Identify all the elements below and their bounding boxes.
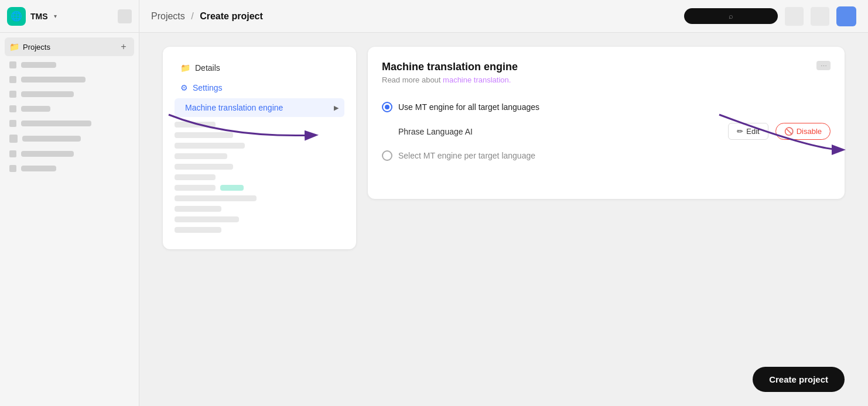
subtitle-link[interactable]: machine translation.: [443, 75, 511, 84]
panel-title-area: Machine translation engine Read more abo…: [382, 61, 518, 96]
list-item[interactable]: [5, 102, 134, 115]
skeleton-row: [175, 122, 216, 128]
nav-item-details[interactable]: 📁 Details: [175, 59, 344, 77]
subtitle-text: Read more about: [382, 75, 443, 84]
panel-subtitle: Read more about machine translation.: [382, 75, 518, 84]
item-icon: [9, 165, 16, 172]
skeleton-badge: [220, 185, 244, 191]
item-label: [21, 77, 86, 82]
edit-button-label: Edit: [746, 127, 759, 136]
edit-engine-button[interactable]: ✏ Edit: [728, 123, 768, 140]
list-item[interactable]: [5, 162, 134, 175]
panel-title: Machine translation engine: [382, 61, 518, 73]
skeleton-row: [175, 143, 245, 149]
left-panel: 📁 Details ⚙ Settings Machine translation…: [163, 47, 356, 249]
item-label: [22, 136, 81, 142]
disable-engine-button[interactable]: 🚫 Disable: [775, 123, 831, 140]
disable-icon: 🚫: [784, 127, 794, 136]
chart-icon: [9, 135, 18, 143]
menu-dots-icon: ⋯: [821, 63, 827, 70]
nav-item-settings[interactable]: ⚙ Settings: [175, 78, 344, 97]
skeleton-row: [175, 164, 233, 170]
projects-nav-item[interactable]: 📁 Projects +: [5, 37, 134, 56]
list-item[interactable]: [5, 59, 134, 71]
main-area: Projects / Create project ⌕ 📁 Details ⚙ …: [139, 0, 868, 406]
breadcrumb-projects[interactable]: Projects: [151, 11, 185, 21]
mt-engine-nav-label: Machine translation engine: [185, 103, 283, 112]
topbar: Projects / Create project ⌕: [139, 0, 868, 33]
item-label: [21, 106, 50, 112]
radio-button-all-languages[interactable]: [382, 102, 392, 112]
list-item[interactable]: [5, 88, 134, 101]
mt-option-per-label: Select MT engine per target language: [398, 151, 535, 160]
folder-icon: 📁: [9, 42, 19, 51]
item-label: [21, 121, 91, 126]
item-icon: [9, 76, 16, 83]
skeleton-row: [175, 185, 216, 191]
engine-row: Phrase Language AI ✏ Edit 🚫 Disable: [382, 118, 831, 144]
skeleton-row: [175, 153, 227, 159]
search-bar-text: ⌕: [729, 12, 733, 20]
item-icon: [9, 61, 16, 68]
skeleton-row: [175, 206, 221, 212]
skeleton-row: [175, 195, 257, 201]
skeleton-row: [175, 216, 239, 222]
breadcrumb-separator: /: [191, 11, 193, 21]
radio-button-per-language[interactable]: [382, 150, 392, 161]
nav-chevron-icon: ▶: [334, 104, 339, 112]
settings-nav-label: Settings: [193, 83, 223, 92]
sidebar-collapse-button[interactable]: [118, 9, 132, 23]
right-panel: Machine translation engine Read more abo…: [368, 47, 845, 199]
app-name-label: TMS: [30, 12, 48, 21]
sidebar-nav: 📁 Projects +: [0, 33, 139, 406]
details-nav-label: Details: [195, 63, 220, 73]
bottom-bar: Create project: [139, 367, 868, 406]
nav-item-mt-engine[interactable]: Machine translation engine ▶: [175, 98, 344, 117]
app-name-chevron-icon: ▾: [54, 13, 57, 19]
pencil-icon: ✏: [737, 127, 743, 136]
topbar-icon-button-1[interactable]: [785, 7, 804, 26]
item-icon: [9, 120, 16, 127]
mt-option-per-language[interactable]: Select MT engine per target language: [382, 144, 831, 167]
list-item[interactable]: [5, 147, 134, 160]
user-avatar-button[interactable]: [836, 6, 856, 26]
create-project-button[interactable]: Create project: [753, 367, 845, 392]
skeleton-row: [175, 227, 221, 233]
projects-label: Projects: [23, 43, 118, 51]
skeleton-row-with-badge: [175, 185, 344, 191]
item-icon: [9, 91, 16, 98]
list-item[interactable]: [5, 117, 134, 130]
item-label: [21, 91, 74, 97]
disable-button-label: Disable: [797, 127, 822, 136]
settings-gear-icon: ⚙: [180, 83, 188, 92]
breadcrumb-current: Create project: [200, 11, 263, 21]
item-icon: [9, 150, 16, 157]
skeleton-row: [175, 174, 216, 180]
item-label: [21, 62, 56, 68]
topbar-icon-button-2[interactable]: [811, 7, 829, 26]
item-label: [21, 166, 56, 171]
list-item[interactable]: [5, 132, 134, 146]
breadcrumb: Projects / Create project: [151, 11, 677, 22]
item-label: [21, 151, 74, 157]
panel-menu-button[interactable]: ⋯: [816, 61, 831, 70]
item-icon: [9, 105, 16, 112]
list-item[interactable]: [5, 73, 134, 86]
skeleton-row: [175, 132, 233, 138]
content-area: 📁 Details ⚙ Settings Machine translation…: [139, 33, 868, 367]
folder-nav-icon: 📁: [180, 63, 190, 73]
add-project-button[interactable]: +: [118, 41, 129, 53]
app-logo: 🌐: [7, 7, 26, 26]
mt-option-all-languages[interactable]: Use MT engine for all target languages: [382, 96, 831, 118]
sidebar-header: 🌐 TMS ▾: [0, 0, 139, 33]
sidebar: 🌐 TMS ▾ 📁 Projects +: [0, 0, 139, 406]
engine-name-label: Phrase Language AI: [398, 127, 721, 136]
mt-option-all-label: Use MT engine for all target languages: [398, 102, 539, 112]
search-bar[interactable]: ⌕: [684, 8, 778, 24]
